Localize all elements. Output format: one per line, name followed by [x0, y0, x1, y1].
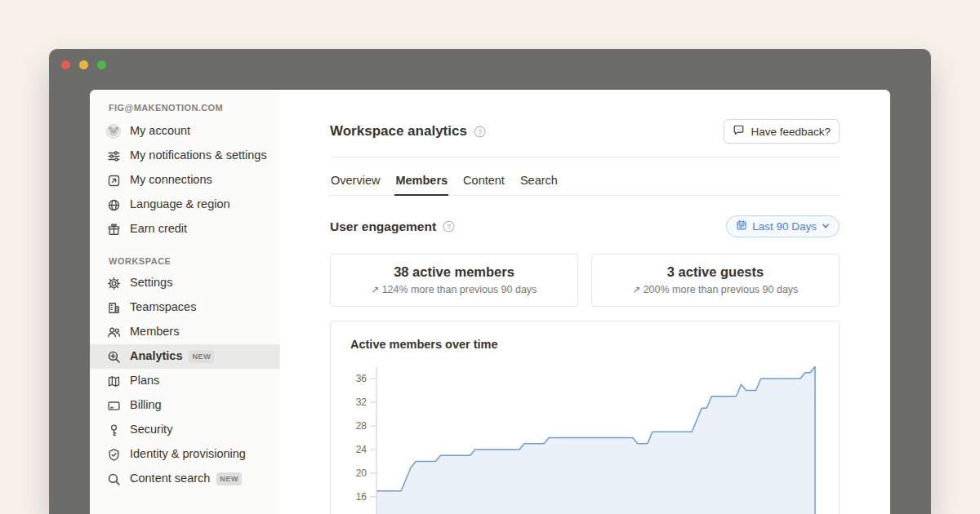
sidebar-item-plans[interactable]: Plans	[90, 369, 280, 393]
stat-cards: 38 active members ↗124% more than previo…	[330, 254, 840, 307]
shield-check-icon	[106, 447, 121, 462]
help-icon[interactable]: ?	[474, 126, 486, 138]
stat-value: 38 active members	[337, 264, 571, 280]
gift-icon	[106, 222, 121, 237]
sliders-icon	[106, 148, 121, 163]
svg-text:?: ?	[478, 127, 482, 135]
help-icon[interactable]: ?	[443, 220, 455, 233]
active-members-chart: 162024283236	[331, 362, 839, 514]
magnifier-icon	[106, 472, 121, 486]
building-icon	[106, 300, 121, 315]
svg-text:32: 32	[356, 397, 368, 408]
sidebar-item-label: My account	[130, 123, 190, 140]
sidebar-item-analytics[interactable]: AnalyticsNEW	[90, 344, 280, 369]
sidebar-item-teamspaces[interactable]: Teamspaces	[90, 295, 280, 320]
sidebar-item-earn-credit[interactable]: Earn credit	[90, 217, 280, 241]
svg-text:16: 16	[356, 491, 368, 503]
sidebar-item-members[interactable]: Members	[90, 320, 280, 344]
user-avatar	[106, 124, 121, 139]
have-feedback-button[interactable]: Have feedback?	[724, 119, 840, 144]
sidebar-item-notifications-settings[interactable]: My notifications & settings	[90, 144, 280, 168]
magnifier-plus-icon	[106, 349, 121, 364]
svg-text:20: 20	[356, 467, 368, 479]
trend-up-icon: ↗	[633, 284, 641, 295]
account-email: FIG@MAKENOTION.COM	[90, 100, 280, 119]
feedback-button-label: Have feedback?	[751, 126, 831, 138]
svg-text:36: 36	[356, 373, 368, 384]
arrow-out-icon	[106, 173, 121, 188]
close-window-button[interactable]	[61, 60, 70, 69]
sidebar-item-label: Identity & provisioning	[130, 446, 246, 463]
page-title: Workspace analytics	[330, 123, 467, 140]
user-engagement-title: User engagement	[330, 219, 436, 234]
tab-content[interactable]: Content	[462, 168, 506, 195]
sidebar-item-label: My connections	[130, 172, 212, 188]
app-window: FIG@MAKENOTION.COM My account	[49, 49, 931, 514]
sidebar-item-label: Settings	[130, 275, 172, 291]
window-controls	[61, 60, 106, 69]
new-badge: NEW	[189, 350, 214, 362]
sidebar-item-label: Security	[130, 422, 172, 438]
settings-modal: FIG@MAKENOTION.COM My account	[90, 90, 890, 514]
stat-delta: ↗200% more than previous 90 days	[599, 284, 832, 295]
chart-title: Active members over time	[350, 338, 498, 351]
sidebar-item-identity-provisioning[interactable]: Identity & provisioning	[90, 442, 280, 467]
tab-members[interactable]: Members	[394, 168, 448, 196]
card-icon	[106, 398, 121, 413]
trend-up-icon: ↗	[372, 284, 380, 295]
sidebar-item-billing[interactable]: Billing	[90, 393, 280, 418]
sidebar-item-security[interactable]: Security	[90, 418, 280, 442]
stat-value: 3 active guests	[599, 264, 832, 280]
active-members-stat-card: 38 active members ↗124% more than previo…	[330, 254, 578, 307]
tab-overview[interactable]: Overview	[330, 168, 381, 195]
date-range-label: Last 90 Days	[752, 220, 817, 233]
analytics-content: Workspace analytics ?	[280, 90, 890, 514]
sidebar-item-label: Billing	[130, 397, 162, 414]
settings-sidebar: FIG@MAKENOTION.COM My account	[90, 90, 280, 514]
map-icon	[106, 374, 121, 388]
svg-text:28: 28	[356, 420, 368, 432]
gear-icon	[106, 276, 121, 290]
workspace-section-label: WORKSPACE	[90, 241, 280, 271]
new-badge: NEW	[216, 472, 242, 485]
sidebar-item-label: Members	[130, 324, 179, 340]
sidebar-item-settings[interactable]: Settings	[90, 271, 280, 295]
header-divider	[330, 157, 840, 157]
sidebar-item-content-search[interactable]: Content searchNEW	[90, 467, 280, 491]
active-guests-stat-card: 3 active guests ↗200% more than previous…	[591, 254, 840, 307]
sidebar-item-label: Language & region	[130, 197, 230, 213]
sidebar-item-label: AnalyticsNEW	[130, 348, 214, 365]
zoom-window-button[interactable]	[97, 60, 106, 69]
analytics-tabs: Overview Members Content Search	[330, 168, 840, 196]
calendar-icon	[736, 219, 747, 233]
feedback-bubble-icon	[733, 124, 745, 139]
people-icon	[106, 325, 121, 339]
sidebar-item-language-region[interactable]: Language & region	[90, 193, 280, 217]
date-range-dropdown[interactable]: Last 90 Days	[726, 215, 840, 237]
key-icon	[106, 423, 121, 437]
svg-text:?: ?	[447, 223, 451, 231]
chevron-down-icon	[822, 220, 830, 233]
stat-delta: ↗124% more than previous 90 days	[337, 284, 571, 295]
svg-text:24: 24	[356, 444, 368, 455]
minimize-window-button[interactable]	[79, 60, 88, 69]
sidebar-item-label: Plans	[130, 373, 159, 389]
sidebar-item-my-account[interactable]: My account	[90, 119, 280, 144]
active-members-chart-card: Active members over time 162024283236	[330, 321, 840, 514]
sidebar-item-my-connections[interactable]: My connections	[90, 168, 280, 193]
sidebar-item-label: My notifications & settings	[130, 148, 267, 164]
sidebar-item-label: Earn credit	[130, 221, 187, 237]
tab-search[interactable]: Search	[519, 168, 559, 195]
sidebar-item-label: Content searchNEW	[130, 471, 242, 487]
globe-icon	[106, 197, 121, 212]
sidebar-item-label: Teamspaces	[130, 299, 196, 316]
